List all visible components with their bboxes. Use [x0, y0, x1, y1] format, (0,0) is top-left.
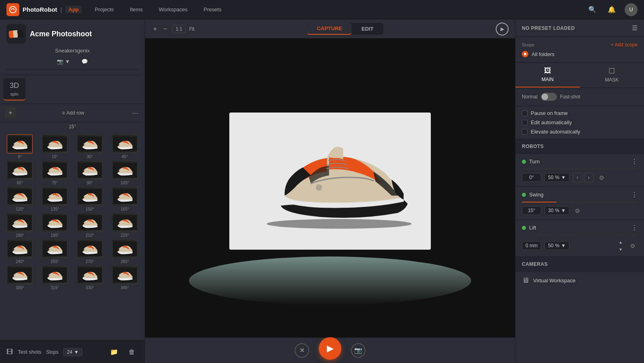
thumbnail-item-14[interactable]: 210°: [73, 213, 107, 238]
robot-turn-target[interactable]: ⊙: [597, 173, 607, 182]
filmstrip-icon: 🎞: [6, 348, 13, 356]
robot-lift-slider[interactable]: [522, 235, 638, 236]
robot-swing-menu[interactable]: ⋮: [631, 191, 638, 198]
toggle-labels: Normal Fast-shot: [522, 93, 580, 101]
image-canvas: [145, 39, 515, 337]
user-avatar[interactable]: U: [625, 3, 638, 16]
thumbnail-item-18[interactable]: 270°: [73, 239, 107, 264]
robot-swing-target[interactable]: ⊙: [573, 206, 582, 215]
shot-mode-toggle[interactable]: [541, 93, 557, 101]
robot-turn-menu[interactable]: ⋮: [631, 158, 638, 165]
thumbnail-item-8[interactable]: 120°: [3, 187, 37, 211]
zoom-in-btn[interactable]: +: [152, 24, 158, 34]
robot-turn-slider[interactable]: [522, 169, 638, 169]
thumbnail-item-15[interactable]: 225°: [108, 213, 141, 238]
capture-tab[interactable]: CAPTURE: [307, 23, 352, 35]
thumbnail-grid: 0° 15°: [0, 131, 145, 340]
thumb-label-19: 285°: [120, 259, 129, 264]
zoom-out-btn[interactable]: −: [162, 24, 168, 34]
robot-lift-value[interactable]: 0 mm: [522, 241, 541, 250]
add-scope-btn[interactable]: + Add scope: [611, 42, 638, 48]
thumbnail-item-16[interactable]: 240°: [3, 239, 37, 264]
folder-btn[interactable]: 📁: [108, 346, 120, 359]
scope-all-folders[interactable]: All folders: [522, 51, 638, 57]
thumb-img-2: [77, 134, 103, 154]
pause-on-frame-checkbox[interactable]: [522, 111, 528, 116]
robot-lift-target[interactable]: ⊙: [628, 241, 638, 250]
edit-tab[interactable]: EDIT: [352, 23, 383, 35]
robot-lift-name: Lift: [522, 225, 536, 231]
close-viewer-btn[interactable]: ✕: [295, 343, 309, 358]
thumbnail-item-3[interactable]: 45°: [108, 134, 141, 159]
zoom-level[interactable]: 1:1: [172, 25, 186, 33]
play-capture-btn[interactable]: ▶: [319, 337, 341, 360]
chat-btn[interactable]: 💬: [78, 57, 91, 66]
edit-auto-row[interactable]: Edit automatically: [522, 119, 638, 125]
tab-mask[interactable]: ☐ MASK: [580, 63, 644, 88]
panel-menu-btn[interactable]: ☰: [632, 24, 638, 32]
thumbnail-item-19[interactable]: 285°: [108, 239, 141, 264]
robot-turn-value[interactable]: 0°: [522, 173, 541, 182]
fit-label[interactable]: Fit: [189, 26, 194, 32]
elevate-auto-row[interactable]: Elevate automatically: [522, 129, 638, 135]
thumbnail-item-0[interactable]: 0°: [3, 134, 37, 159]
thumbnail-item-5[interactable]: 75°: [38, 161, 72, 185]
thumb-img-11: [112, 187, 138, 206]
robot-turn-next[interactable]: ›: [584, 173, 594, 182]
add-item-btn[interactable]: +: [5, 107, 16, 119]
delete-btn[interactable]: 🗑: [125, 346, 138, 359]
add-row-btn[interactable]: ≡ Add row: [62, 110, 84, 116]
camera-arrow: ▼: [65, 58, 70, 65]
pause-on-frame-row[interactable]: Pause on frame: [522, 110, 638, 116]
thumbnail-item-20[interactable]: 300°: [3, 265, 37, 290]
thumbnail-item-17[interactable]: 255°: [38, 239, 72, 264]
nav-workspaces[interactable]: Workspaces: [156, 5, 191, 14]
robot-turn-speed[interactable]: 50%▼: [544, 173, 569, 182]
thumb-row-6: 300° 315°: [3, 265, 141, 290]
thumbnail-item-9[interactable]: 135°: [38, 187, 72, 211]
capture-photo-btn[interactable]: 📷: [351, 343, 366, 358]
thumbnail-item-4[interactable]: 60°: [3, 161, 37, 185]
thumbnail-item-1[interactable]: 15°: [38, 134, 72, 159]
robot-swing-speed[interactable]: 30%▼: [544, 206, 569, 215]
notifications-icon[interactable]: 🔔: [605, 3, 618, 16]
thumb-label-22: 330°: [86, 286, 94, 290]
tab-main[interactable]: 🖼 MAIN: [515, 63, 580, 88]
thumbnail-item-10[interactable]: 150°: [73, 187, 107, 211]
edit-auto-checkbox[interactable]: [522, 120, 528, 125]
slideshow-btn[interactable]: ▶: [496, 23, 509, 35]
robot-swing-slider[interactable]: [522, 202, 638, 202]
thumbnail-item-2[interactable]: 30°: [73, 134, 107, 159]
thumbnail-item-23[interactable]: 345°: [108, 265, 141, 290]
thumbnail-item-11[interactable]: 165°: [108, 187, 141, 211]
robot-lift-speed[interactable]: 50%▼: [544, 241, 569, 250]
robot-turn-prev[interactable]: ‹: [573, 173, 582, 182]
thumb-label-12: 180°: [16, 233, 24, 238]
grid-settings-btn[interactable]: ⋯: [130, 108, 140, 118]
robot-swing-value[interactable]: 15°: [522, 206, 541, 215]
elevate-auto-checkbox[interactable]: [522, 129, 528, 135]
nav-projects[interactable]: Projects: [91, 5, 117, 14]
spin-3d-icon: 3D: [10, 81, 19, 90]
thumbnail-item-21[interactable]: 315°: [38, 265, 72, 290]
thumb-img-7: [112, 161, 138, 180]
robot-lift-up[interactable]: ▲: [617, 239, 625, 245]
camera-btn[interactable]: 📷 ▼: [54, 57, 73, 66]
nav-presets[interactable]: Presets: [200, 5, 224, 14]
spin-tab[interactable]: 3D spin: [3, 78, 25, 100]
robot-lift-down[interactable]: ▼: [617, 246, 625, 252]
search-icon[interactable]: 🔍: [586, 3, 599, 16]
thumbnail-item-12[interactable]: 180°: [3, 213, 37, 238]
nav-items[interactable]: Items: [127, 5, 146, 14]
thumbnail-item-22[interactable]: 330°: [73, 265, 107, 290]
stops-value-input[interactable]: 24 ▼: [63, 348, 82, 356]
thumbnail-item-13[interactable]: 195°: [38, 213, 72, 238]
thumbnail-item-6[interactable]: 90°: [73, 161, 107, 185]
virtual-workspace-btn[interactable]: 🖥 Virtual Workspace: [515, 271, 644, 290]
thumbnail-item-7[interactable]: 105°: [108, 161, 141, 185]
thumb-img-22: [77, 265, 103, 285]
test-shots-label[interactable]: Test shots: [18, 349, 42, 355]
robot-lift-menu[interactable]: ⋮: [631, 224, 638, 232]
sidebar-actions: 📷 ▼ 💬: [6, 54, 138, 70]
thumb-img-1: [42, 134, 68, 154]
